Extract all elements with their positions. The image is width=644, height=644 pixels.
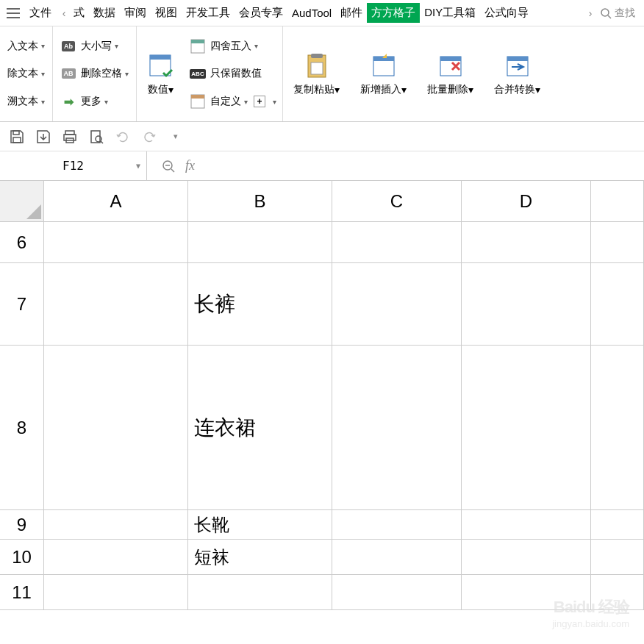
cell[interactable]: [332, 263, 462, 346]
cell[interactable]: [44, 263, 188, 346]
row-header[interactable]: 9: [0, 510, 44, 540]
batch-delete-button[interactable]: 批量删除▾: [417, 26, 484, 121]
quick-customize-icon[interactable]: ▾: [168, 129, 184, 145]
col-header-d[interactable]: D: [462, 181, 591, 222]
row-header[interactable]: 11: [0, 575, 44, 610]
row-header[interactable]: 10: [0, 540, 44, 575]
sheet-check-icon: [147, 52, 173, 79]
cell[interactable]: 短袜: [188, 540, 332, 575]
cell[interactable]: [591, 222, 644, 263]
trace-text-button[interactable]: 溯文本▾: [7, 93, 45, 110]
custom-icon: [190, 94, 205, 109]
cell[interactable]: 长靴: [188, 510, 332, 540]
copy-paste-button[interactable]: 复制粘贴▾: [283, 26, 350, 121]
redo-icon[interactable]: [141, 129, 157, 145]
formula-input[interactable]: [210, 151, 644, 180]
cell[interactable]: [332, 510, 462, 540]
search-button[interactable]: 查找: [595, 7, 640, 20]
name-box[interactable]: F12 ▼: [0, 151, 147, 180]
tab-devtools[interactable]: 开发工具: [182, 6, 235, 20]
tab-nav-left[interactable]: ‹: [59, 7, 69, 19]
tab-fangfang[interactable]: 方方格子: [367, 3, 420, 23]
tab-data[interactable]: 数据: [89, 6, 120, 20]
cell[interactable]: 连衣裙: [188, 346, 332, 510]
menu-bar: 文件 ‹ 式 数据 审阅 视图 开发工具 会员专享 AudTool 邮件 方方格…: [0, 0, 644, 26]
cell[interactable]: [44, 346, 188, 510]
cell[interactable]: [332, 540, 462, 575]
cell-row: [44, 222, 644, 263]
abc-icon: ABC: [190, 69, 205, 79]
col-header-a[interactable]: A: [44, 181, 188, 222]
cell[interactable]: [188, 575, 332, 610]
cell[interactable]: [44, 510, 188, 540]
print-icon[interactable]: [62, 129, 78, 145]
col-header-b[interactable]: B: [188, 181, 332, 222]
plus-icon[interactable]: +: [254, 96, 265, 107]
tab-formula[interactable]: 式: [69, 6, 89, 20]
cell[interactable]: [332, 575, 462, 610]
print-preview-icon[interactable]: [88, 129, 104, 145]
name-box-dropdown-icon[interactable]: ▼: [136, 162, 140, 170]
cell[interactable]: [188, 222, 332, 263]
cell[interactable]: [462, 222, 591, 263]
svg-rect-13: [440, 57, 461, 61]
cell-row: 短袜: [44, 540, 644, 575]
cell[interactable]: [332, 222, 462, 263]
svg-rect-2: [150, 55, 171, 60]
cell[interactable]: [591, 510, 644, 540]
cell[interactable]: [332, 346, 462, 510]
fx-area: fx: [147, 158, 210, 173]
cell[interactable]: [462, 346, 591, 510]
cell[interactable]: [462, 263, 591, 346]
save-as-icon[interactable]: [35, 129, 51, 145]
round-button[interactable]: 四舍五入▾: [190, 36, 276, 57]
tab-view[interactable]: 视图: [151, 6, 182, 20]
cell[interactable]: [591, 263, 644, 346]
tab-member[interactable]: 会员专享: [235, 6, 287, 20]
row-headers: 67891011: [0, 222, 44, 610]
more-button[interactable]: ➡更多▾: [60, 91, 129, 112]
cell[interactable]: [44, 540, 188, 575]
values-button[interactable]: 数值▾: [137, 26, 184, 121]
fx-icon[interactable]: fx: [185, 158, 195, 173]
insert-new-button[interactable]: 新增插入▾: [350, 26, 417, 121]
cell[interactable]: [591, 540, 644, 575]
tab-audtool[interactable]: AudTool: [287, 7, 336, 19]
insert-text-button[interactable]: 入文本▾: [7, 37, 45, 55]
tab-mail[interactable]: 邮件: [336, 6, 367, 20]
tab-nav-right[interactable]: ›: [585, 7, 595, 19]
row-header[interactable]: 8: [0, 346, 44, 510]
custom-button[interactable]: 自定义▾+▾: [190, 91, 276, 112]
undo-icon[interactable]: [115, 129, 131, 145]
cell-row: 连衣裙: [44, 346, 644, 510]
cell[interactable]: 长裤: [188, 263, 332, 346]
delete-text-button[interactable]: 除文本▾: [7, 65, 45, 82]
save-icon[interactable]: [9, 129, 25, 145]
cell[interactable]: [462, 510, 591, 540]
cell[interactable]: [44, 575, 188, 610]
tab-diy[interactable]: DIY工具箱: [420, 6, 480, 20]
cell[interactable]: [591, 575, 644, 610]
row-header[interactable]: 7: [0, 263, 44, 346]
insert-icon: [371, 52, 397, 79]
tab-formula-guide[interactable]: 公式向导: [480, 6, 533, 20]
remove-spaces-button[interactable]: AB删除空格▾: [60, 63, 129, 84]
col-header-c[interactable]: C: [332, 181, 462, 222]
select-all-corner[interactable]: [0, 181, 44, 222]
row-header[interactable]: 6: [0, 222, 44, 263]
col-header-e[interactable]: [591, 181, 644, 222]
merge-convert-button[interactable]: 合并转换▾: [484, 26, 551, 121]
keep-values-button[interactable]: ABC只保留数值: [190, 63, 276, 84]
cell[interactable]: [462, 575, 591, 610]
zoom-out-icon[interactable]: [162, 160, 175, 173]
quick-access-bar: ▾: [0, 122, 644, 151]
tab-review[interactable]: 审阅: [120, 6, 151, 20]
cell[interactable]: [591, 346, 644, 510]
hamburger-icon[interactable]: [4, 4, 22, 22]
cell[interactable]: [44, 222, 188, 263]
cell[interactable]: [462, 540, 591, 575]
watermark-sub: jingyan.baidu.com: [552, 618, 629, 629]
case-button[interactable]: Ab大小写▾: [60, 36, 129, 57]
file-menu[interactable]: 文件: [22, 6, 59, 20]
name-box-value: F12: [62, 159, 84, 173]
